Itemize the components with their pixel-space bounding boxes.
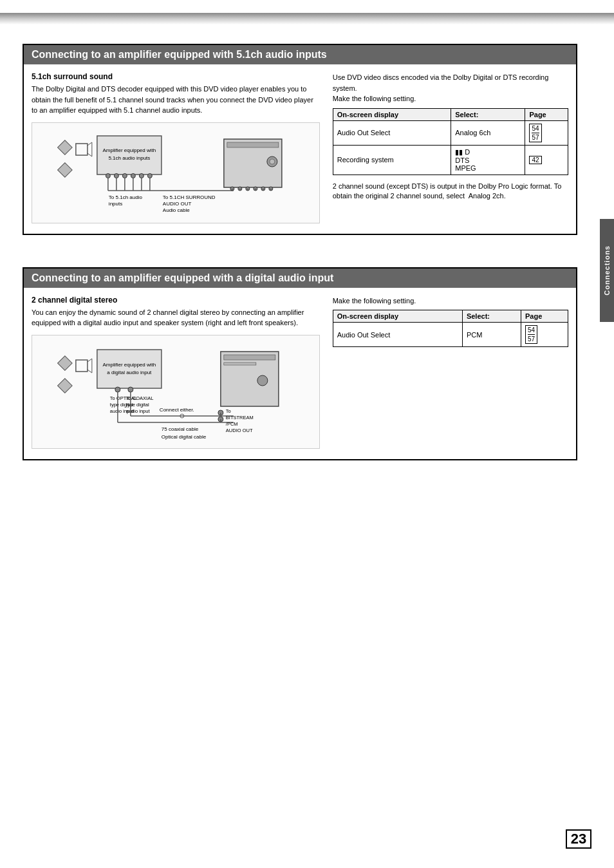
table2-header-select: Select:: [462, 310, 521, 323]
svg-text:Optical digital cable: Optical digital cable: [162, 434, 207, 440]
table1-row1-display: Audio Out Select: [333, 120, 451, 145]
section2-right-col: Make the following setting. On-screen di…: [333, 296, 568, 449]
section1-settings-table: On-screen display Select: Page Audio Out…: [333, 108, 568, 175]
section1-box: Connecting to an amplifier equipped with…: [23, 44, 577, 235]
side-tab-label: Connections: [603, 245, 611, 296]
page-wrapper: Connections Connecting to an amplifier e…: [0, 0, 614, 868]
svg-line-46: [88, 359, 92, 362]
section1-body: The Dolby Digital and DTS decoder equipp…: [32, 84, 320, 116]
side-tab: Connections: [600, 219, 614, 322]
table2-row1-page: 54 57: [521, 323, 568, 347]
section1-diagram: Amplifier equipped with 5.1ch audio inpu…: [32, 122, 320, 223]
table1-row1: Audio Out Select Analog 6ch 54 57: [333, 120, 568, 145]
section1-diagram-svg: Amplifier equipped with 5.1ch audio inpu…: [39, 129, 313, 216]
svg-point-30: [270, 159, 275, 164]
svg-rect-0: [58, 140, 73, 155]
svg-text:Audio cable: Audio cable: [163, 207, 190, 213]
page-number: 23: [566, 829, 591, 849]
section2-diagram-svg: Amplifier equipped with a digital audio …: [39, 342, 313, 442]
section2-content: 2 channel digital stereo You can enjoy t…: [24, 288, 576, 459]
svg-line-3: [88, 142, 92, 146]
svg-rect-45: [76, 360, 88, 372]
svg-text:Amplifier equipped with: Amplifier equipped with: [102, 147, 156, 153]
svg-rect-1: [58, 162, 73, 177]
svg-rect-43: [58, 355, 73, 370]
svg-point-12: [147, 173, 152, 178]
svg-point-8: [114, 173, 118, 178]
table2-row1-select: PCM: [462, 323, 521, 347]
svg-point-7: [106, 173, 110, 178]
svg-point-50: [115, 387, 120, 392]
svg-rect-49: [97, 350, 162, 388]
svg-point-10: [131, 173, 135, 178]
svg-text:audio input: audio input: [126, 408, 151, 414]
section1-note: 2 channel sound (except DTS) is output i…: [333, 182, 568, 202]
svg-point-51: [128, 387, 133, 392]
svg-text:/PCM: /PCM: [226, 421, 238, 427]
table2-row1: Audio Out Select PCM 54 57: [333, 323, 568, 347]
table1-row1-page: 54 57: [525, 120, 568, 145]
table2-header-page: Page: [521, 310, 568, 323]
section2-body: You can enjoy the dynamic sound of 2 cha…: [32, 307, 320, 328]
svg-rect-44: [58, 378, 73, 393]
table1-header-select: Select:: [451, 108, 525, 120]
svg-text:Connect either.: Connect either.: [160, 407, 194, 413]
svg-text:Amplifier equipped with: Amplifier equipped with: [102, 362, 156, 368]
table1-row2: Recording system ▮▮ DDTSMPEG 42: [333, 145, 568, 175]
section1-left-col: 5.1ch surround sound The Dolby Digital a…: [32, 72, 320, 223]
section1-subheading: 5.1ch surround sound: [32, 72, 320, 81]
top-bar: [0, 13, 614, 24]
svg-rect-28: [227, 142, 279, 147]
svg-line-47: [88, 370, 92, 373]
svg-text:75    coaxial cable: 75 coaxial cable: [162, 426, 199, 432]
svg-rect-69: [224, 355, 275, 360]
svg-text:BITSTREAM: BITSTREAM: [226, 415, 254, 420]
table1-row2-select: ▮▮ DDTSMPEG: [451, 145, 525, 175]
table1-row2-page: 42: [525, 145, 568, 175]
section2-settings-table: On-screen display Select: Page Audio Out…: [333, 310, 568, 347]
section1-two-col: 5.1ch surround sound The Dolby Digital a…: [32, 72, 568, 223]
table1-header-display: On-screen display: [333, 108, 451, 120]
table1-row1-select: Analog 6ch: [451, 120, 525, 145]
main-content: Connecting to an amplifier equipped with…: [0, 44, 600, 460]
section2-intro-text: Make the following setting.: [333, 296, 568, 307]
table2-row1-display: Audio Out Select: [333, 323, 462, 347]
table1-header-page: Page: [525, 108, 568, 120]
svg-text:inputs: inputs: [109, 201, 122, 207]
svg-text:To: To: [226, 408, 231, 414]
svg-text:To 5.1ch audio: To 5.1ch audio: [109, 194, 143, 200]
section2-two-col: 2 channel digital stereo You can enjoy t…: [32, 296, 568, 449]
table2-header-display: On-screen display: [333, 310, 462, 323]
svg-point-9: [122, 173, 127, 178]
section2-diagram: Amplifier equipped with a digital audio …: [32, 335, 320, 449]
section2-subheading: 2 channel digital stereo: [32, 296, 320, 305]
section1-right-col: Use DVD video discs encoded via the Dolb…: [333, 72, 568, 223]
svg-rect-2: [76, 144, 88, 155]
svg-text:a digital audio input: a digital audio input: [107, 370, 152, 375]
section2-box: Connecting to an amplifier equipped with…: [23, 267, 577, 460]
svg-text:To 5.1CH SURROUND: To 5.1CH SURROUND: [163, 194, 216, 200]
svg-text:AUDIO OUT: AUDIO OUT: [226, 428, 253, 433]
svg-text:type digital: type digital: [126, 402, 149, 408]
svg-point-11: [139, 173, 144, 178]
svg-line-4: [88, 153, 92, 156]
svg-text:5.1ch audio inputs: 5.1ch audio inputs: [108, 155, 150, 161]
section1-content: 5.1ch surround sound The Dolby Digital a…: [24, 64, 576, 234]
table1-row2-display: Recording system: [333, 145, 451, 175]
svg-text:AUDIO OUT: AUDIO OUT: [163, 201, 192, 207]
section2-left-col: 2 channel digital stereo You can enjoy t…: [32, 296, 320, 449]
section1-title: Connecting to an amplifier equipped with…: [24, 45, 576, 64]
svg-rect-70: [224, 363, 256, 365]
svg-point-71: [257, 375, 268, 386]
spacer1: [23, 254, 577, 267]
section1-intro-text: Use DVD video discs encoded via the Dolb…: [333, 72, 568, 104]
section2-title: Connecting to an amplifier equipped with…: [24, 269, 576, 288]
